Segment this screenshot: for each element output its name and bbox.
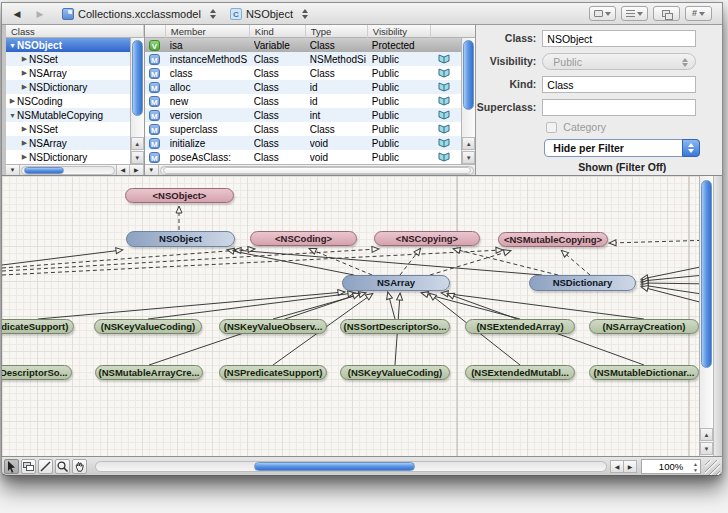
member-row[interactable]: M poseAsClass:ClassvoidPublic [145, 150, 463, 164]
zoom-stepper[interactable]: ▲▼ [693, 461, 698, 473]
class-field[interactable] [542, 30, 696, 47]
hand-tool-button[interactable] [72, 459, 87, 474]
diagram-vertical-scrollbar[interactable]: ▲ ▼ [699, 176, 713, 456]
protocol-box[interactable]: <NSCopying> [374, 231, 480, 246]
scrollbar-thumb[interactable] [163, 167, 472, 174]
disclosure-triangle-icon[interactable]: ▶ [20, 55, 29, 63]
list-options-button[interactable]: ▼ [145, 165, 159, 175]
document-popup[interactable]: Collections.xcclassmodel [62, 8, 216, 20]
class-list-item[interactable]: ▼NSObject [6, 38, 131, 52]
scroll-down-button[interactable]: ▼ [462, 151, 475, 164]
member-row[interactable]: M initializeClassvoidPublic [145, 136, 463, 150]
disclosure-triangle-icon[interactable]: ▶ [20, 69, 29, 77]
class-list-vertical-scrollbar[interactable]: ▲ ▼ [130, 38, 144, 164]
duplicate-button[interactable] [653, 6, 680, 21]
zoom-tool-button[interactable] [55, 459, 70, 474]
forward-button[interactable]: ▶ [32, 7, 48, 21]
scrollbar-thumb[interactable] [254, 462, 415, 471]
class-list-item[interactable]: ▶NSDictionary [6, 80, 131, 94]
disclosure-triangle-icon[interactable]: ▶ [20, 83, 29, 91]
window-resize-grip[interactable] [705, 460, 720, 475]
disclosure-triangle-icon[interactable]: ▶ [20, 139, 29, 147]
protocol-box[interactable]: <NSCoding> [250, 231, 357, 246]
frame-style-button[interactable] [589, 6, 616, 21]
category-box[interactable]: (NSSortDescriptorSo... [2, 365, 72, 380]
numbering-button[interactable]: # [685, 6, 712, 21]
category-box[interactable]: (NSKeyValueObserv... [219, 319, 327, 334]
category-box[interactable]: (NSExtendedMutabl... [465, 365, 575, 380]
class-list-item[interactable]: ▶NSSet [6, 122, 131, 136]
class-column-header[interactable]: Class [6, 25, 144, 38]
documentation-book-icon[interactable] [438, 81, 452, 93]
member-row[interactable]: M allocClassidPublic [145, 80, 463, 94]
class-box[interactable]: NSObject [126, 231, 235, 247]
category-box[interactable]: (NSPredicateSupport) [2, 319, 74, 334]
class-list-item[interactable]: ▶NSSet [6, 52, 131, 66]
member-table-vertical-scrollbar[interactable]: ▲ ▼ [461, 38, 475, 164]
category-box[interactable]: (NSKeyValueCoding) [94, 319, 202, 334]
superclass-field[interactable] [542, 99, 696, 116]
kind-field[interactable] [542, 76, 696, 93]
protocol-box[interactable]: <NSMutableCopying> [498, 232, 608, 247]
class-box[interactable]: NSDictionary [529, 275, 636, 291]
scroll-right-button[interactable]: ▶ [130, 165, 144, 175]
disclosure-triangle-icon[interactable]: ▶ [20, 125, 29, 133]
scrollbar-track[interactable] [160, 166, 475, 175]
class-list-item[interactable]: ▶NSArray [6, 136, 131, 150]
scrollbar-thumb[interactable] [132, 40, 143, 116]
scrollbar-thumb[interactable] [24, 167, 64, 174]
visibility-popup[interactable]: Public [542, 53, 696, 70]
filter-popup[interactable]: Hide per Filter [544, 139, 700, 157]
documentation-book-icon[interactable] [438, 53, 452, 65]
member-row[interactable]: M newClassidPublic [145, 94, 463, 108]
class-list-horizontal-scrollbar[interactable]: ▼ ◀ ▶ [6, 164, 144, 175]
documentation-book-icon[interactable] [438, 123, 452, 135]
documentation-book-icon[interactable] [438, 95, 452, 107]
class-list-item[interactable]: ▼NSMutableCopying [6, 108, 131, 122]
documentation-book-icon[interactable] [438, 67, 452, 79]
disclosure-triangle-icon[interactable]: ▼ [8, 112, 17, 119]
member-column-header[interactable]: Member [166, 25, 250, 38]
scroll-up-button[interactable]: ▲ [131, 137, 144, 150]
class-box[interactable]: NSArray [342, 275, 450, 291]
category-box[interactable]: (NSExtendedArray) [465, 319, 575, 334]
shape-tool-button[interactable] [21, 459, 36, 474]
scroll-up-button[interactable]: ▲ [700, 428, 713, 441]
category-box[interactable]: (NSSortDescriptorSo... [340, 319, 450, 334]
category-box[interactable]: (NSMutableDictionar... [589, 365, 699, 380]
type-column-header[interactable]: Type [306, 25, 368, 38]
category-box[interactable]: (NSMutableArrayCre... [95, 365, 203, 380]
member-row[interactable]: M versionClassintPublic [145, 108, 463, 122]
category-box[interactable]: (NSPredicateSupport) [219, 365, 327, 380]
line-tool-button[interactable] [38, 459, 53, 474]
list-options-button[interactable]: ▼ [6, 165, 20, 175]
disclosure-triangle-icon[interactable]: ▶ [8, 97, 17, 105]
member-row[interactable]: M classClassClassPublic [145, 66, 463, 80]
class-diagram-canvas[interactable]: <NSObject> <NSCoding> <NSCopying> <NSMut… [2, 175, 722, 456]
line-style-button[interactable] [621, 6, 648, 21]
documentation-book-icon[interactable] [438, 151, 452, 163]
member-row[interactable]: M instanceMethodSClassNSMethodSiPublic [145, 52, 463, 66]
scroll-right-button[interactable]: ▶ [623, 460, 637, 473]
class-list-item[interactable]: ▶NSArray [6, 66, 131, 80]
scroll-down-button[interactable]: ▼ [700, 442, 713, 455]
scroll-down-button[interactable]: ▼ [131, 151, 144, 164]
scrollbar-thumb[interactable] [463, 40, 474, 110]
class-list-item[interactable]: ▶NSDictionary [6, 150, 131, 164]
category-checkbox[interactable] [546, 122, 557, 133]
zoom-level-field[interactable]: 100% ▲▼ [641, 459, 701, 474]
disclosure-triangle-icon[interactable]: ▶ [20, 153, 29, 161]
member-row[interactable]: M superclassClassClassPublic [145, 122, 463, 136]
disclosure-triangle-icon[interactable]: ▼ [8, 42, 17, 49]
arrow-tool-button[interactable] [4, 459, 19, 474]
class-popup[interactable]: C NSObject [230, 8, 308, 20]
protocol-box[interactable]: <NSObject> [125, 188, 234, 203]
scroll-up-button[interactable]: ▲ [462, 137, 475, 150]
class-list-item[interactable]: ▶NSCoding [6, 94, 131, 108]
back-button[interactable]: ◀ [9, 7, 25, 21]
visibility-column-header[interactable]: Visibility [368, 25, 431, 38]
scroll-left-button[interactable]: ◀ [116, 165, 130, 175]
scroll-left-button[interactable]: ◀ [610, 460, 624, 473]
category-box[interactable]: (NSKeyValueCoding) [340, 365, 450, 380]
scrollbar-thumb[interactable] [701, 180, 712, 368]
